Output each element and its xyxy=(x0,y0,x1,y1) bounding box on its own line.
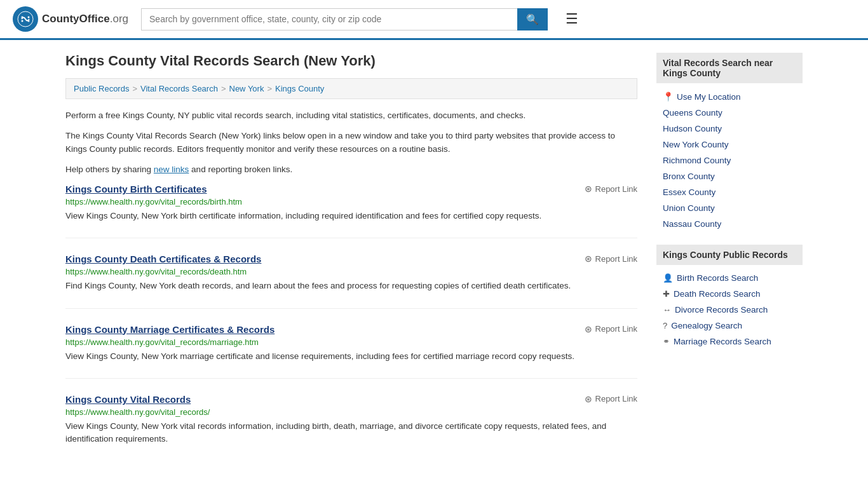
use-my-location-link[interactable]: Use My Location xyxy=(677,92,741,102)
report-link-1[interactable]: ⊛ Report Link xyxy=(585,184,637,194)
svg-point-3 xyxy=(22,20,24,22)
search-button[interactable]: 🔍 xyxy=(517,8,548,30)
result-title[interactable]: Kings County Marriage Certificates & Rec… xyxy=(65,324,275,335)
result-title[interactable]: Kings County Vital Records xyxy=(65,394,191,405)
page-title: Kings County Vital Records Search (New Y… xyxy=(65,53,637,69)
sidebar-item-nassau[interactable]: Nassau County xyxy=(656,216,803,232)
public-records-heading: Kings County Public Records xyxy=(656,245,803,265)
person-icon: 👤 xyxy=(663,273,673,283)
breadcrumb-public-records[interactable]: Public Records xyxy=(74,84,129,93)
result-title[interactable]: Kings County Birth Certificates xyxy=(65,184,207,194)
result-desc: Find Kings County, New York death record… xyxy=(65,280,637,292)
result-desc: View Kings County, New York marriage cer… xyxy=(65,350,637,363)
result-url[interactable]: https://www.health.ny.gov/vital_records/… xyxy=(65,337,637,347)
sidebar-item-bronx[interactable]: Bronx County xyxy=(656,168,803,184)
sidebar-item-queens[interactable]: Queens County xyxy=(656,105,803,121)
sidebar-item-death-records[interactable]: ✚ Death Records Search xyxy=(656,286,803,302)
use-my-location[interactable]: 📍 Use My Location xyxy=(656,88,803,105)
report-link-4[interactable]: ⊛ Report Link xyxy=(585,394,637,404)
description-1: Perform a free Kings County, NY public v… xyxy=(65,109,637,122)
sidebar-item-essex[interactable]: Essex County xyxy=(656,184,803,200)
search-input[interactable] xyxy=(141,8,517,30)
question-icon: ? xyxy=(663,321,667,330)
result-title[interactable]: Kings County Death Certificates & Record… xyxy=(65,254,261,264)
sidebar-item-birth-records[interactable]: 👤 Birth Records Search xyxy=(656,270,803,286)
sidebar: Vital Records Search near Kings County 📍… xyxy=(656,53,803,476)
public-records-section: Kings County Public Records 👤 Birth Reco… xyxy=(656,245,803,349)
breadcrumb-new-york[interactable]: New York xyxy=(229,84,264,93)
search-area: 🔍 xyxy=(141,8,548,30)
sidebar-item-union[interactable]: Union County xyxy=(656,200,803,216)
logo-text: CountyOffice.org xyxy=(42,13,128,25)
rings-icon: ⚭ xyxy=(663,337,670,346)
report-icon: ⊛ xyxy=(585,254,592,264)
logo-icon xyxy=(13,6,38,32)
report-link-3[interactable]: ⊛ Report Link xyxy=(585,324,637,334)
arrows-icon: ↔ xyxy=(663,305,671,315)
result-url[interactable]: https://www.health.ny.gov/vital_records/… xyxy=(65,197,637,207)
description-3: Help others by sharing new links and rep… xyxy=(65,163,637,176)
nearby-section: Vital Records Search near Kings County 📍… xyxy=(656,53,803,232)
svg-point-4 xyxy=(28,20,30,22)
breadcrumb-vital-records-search[interactable]: Vital Records Search xyxy=(140,84,218,93)
result-url[interactable]: https://www.health.ny.gov/vital_records/… xyxy=(65,267,637,276)
result-item: Kings County Death Certificates & Record… xyxy=(65,254,637,308)
sidebar-item-genealogy[interactable]: ? Genealogy Search xyxy=(656,318,803,334)
result-desc: View Kings County, New York vital record… xyxy=(65,420,637,446)
report-icon: ⊛ xyxy=(585,324,592,334)
svg-point-2 xyxy=(28,17,30,18)
new-links-link[interactable]: new links xyxy=(154,165,189,174)
result-item: Kings County Birth Certificates ⊛ Report… xyxy=(65,184,637,238)
report-icon: ⊛ xyxy=(585,394,592,404)
description-2: The Kings County Vital Records Search (N… xyxy=(65,130,637,156)
report-icon: ⊛ xyxy=(585,184,592,194)
svg-point-1 xyxy=(22,17,24,18)
report-link-2[interactable]: ⊛ Report Link xyxy=(585,254,637,264)
sidebar-item-divorce-records[interactable]: ↔ Divorce Records Search xyxy=(656,302,803,318)
sidebar-item-richmond[interactable]: Richmond County xyxy=(656,152,803,168)
logo[interactable]: CountyOffice.org xyxy=(13,6,128,32)
search-icon: 🔍 xyxy=(526,14,539,25)
result-desc: View Kings County, New York birth certif… xyxy=(65,210,637,222)
hamburger-icon: ☰ xyxy=(566,11,578,27)
location-pin-icon: 📍 xyxy=(663,92,674,102)
results-list: Kings County Birth Certificates ⊛ Report… xyxy=(65,184,637,461)
breadcrumb: Public Records > Vital Records Search > … xyxy=(65,78,637,99)
sidebar-item-new-york[interactable]: New York County xyxy=(656,137,803,152)
result-item: Kings County Vital Records ⊛ Report Link… xyxy=(65,394,637,461)
result-item: Kings County Marriage Certificates & Rec… xyxy=(65,324,637,379)
breadcrumb-kings-county[interactable]: Kings County xyxy=(275,84,324,93)
menu-button[interactable]: ☰ xyxy=(560,8,583,30)
result-url[interactable]: https://www.health.ny.gov/vital_records/ xyxy=(65,407,637,417)
nearby-heading: Vital Records Search near Kings County xyxy=(656,53,803,83)
cross-icon: ✚ xyxy=(663,289,670,299)
sidebar-item-hudson[interactable]: Hudson County xyxy=(656,121,803,137)
sidebar-item-marriage-records[interactable]: ⚭ Marriage Records Search xyxy=(656,334,803,349)
